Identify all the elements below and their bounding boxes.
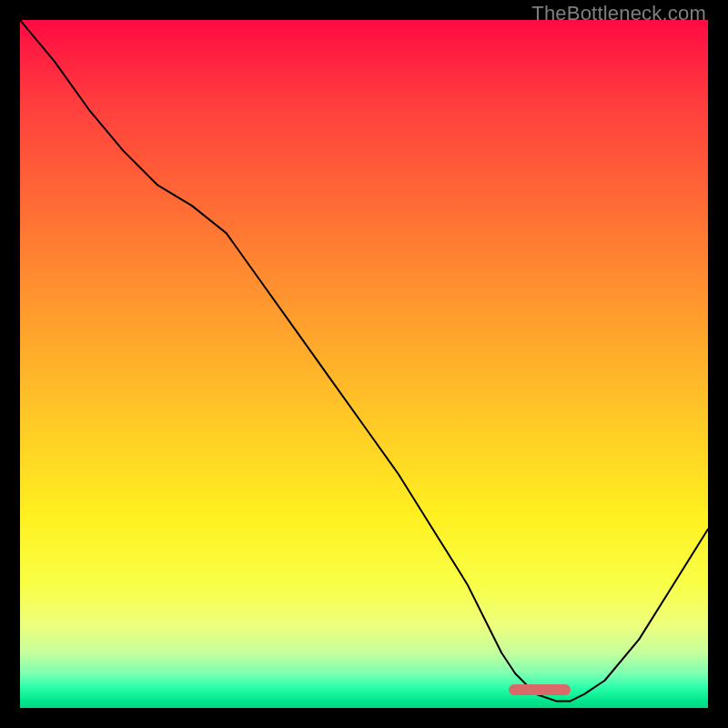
plot-area (20, 20, 708, 708)
watermark: TheBottleneck.com (531, 2, 706, 25)
optimal-marker (509, 684, 571, 696)
gradient-background (20, 20, 708, 708)
